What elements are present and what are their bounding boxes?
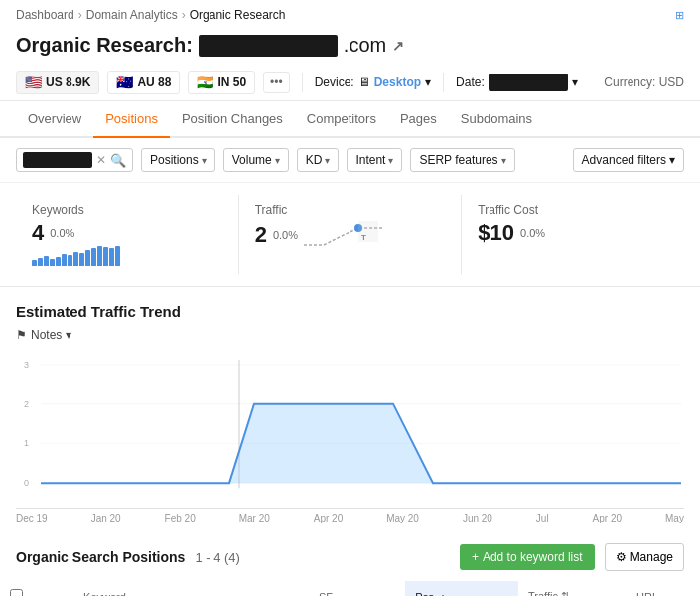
positions-filter[interactable]: Positions ▾ bbox=[141, 148, 215, 172]
advanced-filter-arrow: ▾ bbox=[669, 153, 675, 167]
bar-3 bbox=[44, 256, 49, 266]
th-pos[interactable]: Pos. ↕ bbox=[405, 581, 518, 596]
notes-btn[interactable]: ⚑ Notes ▾ bbox=[16, 328, 71, 342]
breadcrumb-domain-analytics[interactable]: Domain Analytics bbox=[86, 8, 178, 22]
positions-filter-label: Positions bbox=[150, 153, 199, 167]
svg-text:2: 2 bbox=[24, 399, 29, 409]
bar-7 bbox=[68, 255, 72, 266]
in-value: IN 50 bbox=[217, 75, 246, 89]
date-masked bbox=[489, 74, 568, 91]
manage-icon: ⚙ bbox=[616, 550, 627, 564]
divider-1 bbox=[302, 73, 303, 92]
breadcrumb-dashboard[interactable]: Dashboard bbox=[16, 8, 74, 22]
country-au[interactable]: 🇦🇺 AU 88 bbox=[107, 71, 180, 94]
traffic-metric: Traffic 2 0.0% T bbox=[239, 195, 463, 274]
bar-5 bbox=[56, 257, 61, 266]
bar-12 bbox=[97, 246, 102, 266]
tab-overview[interactable]: Overview bbox=[16, 101, 93, 138]
tab-pages[interactable]: Pages bbox=[388, 101, 449, 138]
positions-table: Keyword SF Pos. ↕ Traffic ⇅ URL › ⊕ bbox=[0, 581, 700, 596]
chart-section: Estimated Traffic Trend ⚑ Notes ▾ 3 2 1 … bbox=[0, 287, 700, 531]
nav-tabs: Overview Positions Position Changes Comp… bbox=[0, 101, 700, 138]
external-link-icon[interactable]: ↗ bbox=[392, 38, 404, 54]
advanced-filter[interactable]: Advanced filters ▾ bbox=[573, 148, 684, 172]
bar-15 bbox=[115, 246, 120, 266]
traffic-value-row: 2 0.0% T bbox=[255, 221, 446, 250]
table-title: Organic Search Positions bbox=[16, 549, 185, 565]
chart-x-labels: Dec 19 Jan 20 Feb 20 Mar 20 Apr 20 May 2… bbox=[16, 509, 684, 531]
more-countries-btn[interactable]: ••• bbox=[263, 72, 290, 93]
in-flag: 🇮🇳 bbox=[197, 74, 213, 90]
tab-subdomains[interactable]: Subdomains bbox=[449, 101, 544, 138]
th-keyword: Keyword bbox=[73, 581, 309, 596]
breadcrumb-current: Organic Research bbox=[190, 8, 286, 22]
traffic-label: Traffic bbox=[255, 203, 446, 217]
th-expand bbox=[33, 581, 73, 596]
th-sf: SF bbox=[309, 581, 405, 596]
intent-filter-label: Intent bbox=[355, 153, 385, 167]
us-flag: 🇺🇸 bbox=[25, 74, 42, 90]
traffic-cost-metric: Traffic Cost $10 0.0% bbox=[462, 195, 684, 274]
table-section: Organic Search Positions 1 - 4 (4) + Add… bbox=[0, 531, 700, 596]
x-label-0: Dec 19 bbox=[16, 513, 48, 523]
traffic-cost-label: Traffic Cost bbox=[478, 203, 668, 217]
manage-btn[interactable]: ⚙ Manage bbox=[605, 543, 684, 571]
au-value: AU 88 bbox=[137, 75, 171, 89]
kd-filter-arrow: ▾ bbox=[325, 155, 330, 166]
x-label-8: Apr 20 bbox=[593, 513, 622, 523]
device-selector[interactable]: Device: 🖥 Desktop ▾ bbox=[315, 75, 431, 89]
select-all-checkbox[interactable] bbox=[10, 589, 23, 596]
x-label-5: May 20 bbox=[386, 513, 419, 523]
tab-position-changes[interactable]: Position Changes bbox=[170, 101, 295, 138]
table-count: 1 - 4 (4) bbox=[195, 550, 240, 565]
country-us[interactable]: 🇺🇸 US 8.9K bbox=[16, 71, 99, 94]
th-url: URL bbox=[627, 581, 700, 596]
bar-10 bbox=[85, 250, 90, 266]
bar-1 bbox=[32, 260, 37, 266]
keywords-number: 4 bbox=[32, 221, 44, 246]
date-arrow: ▾ bbox=[572, 75, 578, 89]
page-title-bar: Organic Research: .com ↗ bbox=[0, 30, 700, 65]
svg-text:1: 1 bbox=[24, 438, 29, 448]
search-value-masked bbox=[23, 152, 92, 168]
kd-filter[interactable]: KD ▾ bbox=[297, 148, 340, 172]
serp-filter[interactable]: SERP features ▾ bbox=[410, 148, 514, 172]
bar-4 bbox=[50, 259, 55, 266]
clear-search-btn[interactable]: ✕ bbox=[96, 153, 106, 167]
search-box[interactable]: ✕ 🔍 bbox=[16, 148, 133, 172]
country-in[interactable]: 🇮🇳 IN 50 bbox=[188, 71, 255, 94]
tab-positions[interactable]: Positions bbox=[93, 101, 170, 138]
intent-filter-arrow: ▾ bbox=[388, 155, 393, 166]
search-icon[interactable]: 🔍 bbox=[110, 153, 126, 168]
x-label-3: Mar 20 bbox=[239, 513, 270, 523]
tab-competitors[interactable]: Competitors bbox=[295, 101, 388, 138]
date-selector[interactable]: Date: ▾ bbox=[456, 74, 578, 91]
traffic-cost-number: $10 bbox=[478, 221, 514, 246]
bar-8 bbox=[73, 252, 78, 266]
breadcrumb: Dashboard › Domain Analytics › Organic R… bbox=[0, 0, 700, 30]
domain-masked bbox=[199, 35, 338, 57]
keywords-pct: 0.0% bbox=[50, 227, 74, 239]
add-keyword-btn[interactable]: + Add to keyword list bbox=[460, 544, 595, 570]
date-label: Date: bbox=[456, 75, 485, 89]
chart-title: Estimated Traffic Trend bbox=[16, 303, 684, 320]
bar-6 bbox=[62, 254, 67, 266]
au-flag: 🇦🇺 bbox=[116, 74, 133, 90]
bar-2 bbox=[38, 258, 43, 266]
x-label-6: Jun 20 bbox=[463, 513, 492, 523]
divider-2 bbox=[443, 73, 444, 92]
th-traffic[interactable]: Traffic ⇅ bbox=[518, 581, 627, 596]
table-head: Keyword SF Pos. ↕ Traffic ⇅ URL bbox=[0, 581, 700, 596]
breadcrumb-sep-2: › bbox=[182, 8, 186, 22]
keywords-label: Keywords bbox=[32, 203, 222, 217]
x-label-9: May bbox=[665, 513, 684, 523]
volume-filter[interactable]: Volume ▾ bbox=[223, 148, 289, 172]
traffic-trend-chart: 3 2 1 0 bbox=[16, 350, 684, 508]
intent-filter[interactable]: Intent ▾ bbox=[347, 148, 402, 172]
x-label-1: Jan 20 bbox=[91, 513, 121, 523]
chart-container: 3 2 1 0 bbox=[16, 350, 684, 509]
volume-filter-arrow: ▾ bbox=[275, 155, 280, 166]
traffic-cost-value-row: $10 0.0% bbox=[478, 221, 668, 246]
bar-11 bbox=[91, 248, 96, 266]
keywords-value-row: 4 0.0% bbox=[32, 221, 222, 246]
